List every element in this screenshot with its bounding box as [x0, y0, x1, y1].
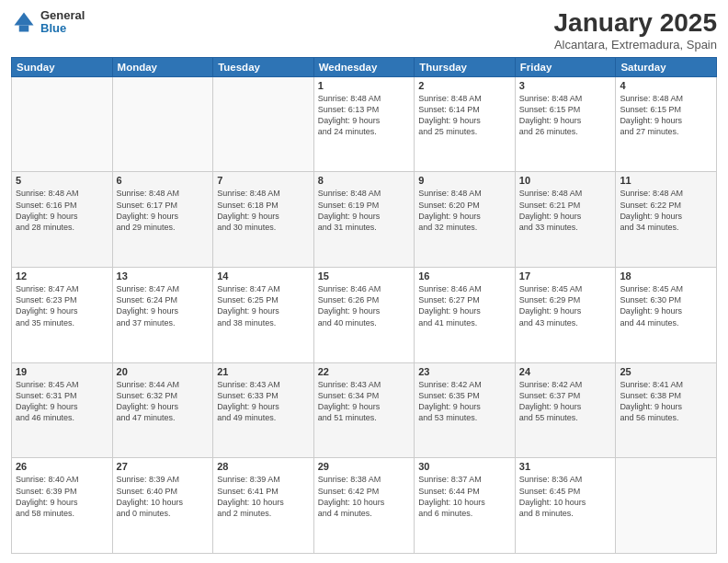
table-row: 14Sunrise: 8:47 AMSunset: 6:25 PMDayligh…	[213, 268, 314, 363]
logo: General Blue	[11, 9, 85, 36]
day-number: 12	[16, 270, 108, 282]
logo-blue-text: Blue	[40, 22, 85, 35]
table-row: 25Sunrise: 8:41 AMSunset: 6:38 PMDayligh…	[616, 362, 717, 458]
table-row: 7Sunrise: 8:48 AMSunset: 6:18 PMDaylight…	[213, 172, 314, 268]
col-thursday: Thursday	[415, 57, 516, 76]
col-friday: Friday	[515, 57, 616, 76]
location: Alcantara, Extremadura, Spain	[554, 38, 717, 52]
calendar-week-row: 26Sunrise: 8:40 AMSunset: 6:39 PMDayligh…	[12, 458, 717, 554]
title-section: January 2025 Alcantara, Extremadura, Spa…	[554, 9, 717, 52]
calendar-week-row: 12Sunrise: 8:47 AMSunset: 6:23 PMDayligh…	[12, 268, 717, 363]
table-row: 4Sunrise: 8:48 AMSunset: 6:15 PMDaylight…	[616, 76, 717, 172]
day-number: 11	[620, 175, 712, 186]
table-row: 21Sunrise: 8:43 AMSunset: 6:33 PMDayligh…	[213, 362, 314, 458]
table-row: 17Sunrise: 8:45 AMSunset: 6:29 PMDayligh…	[515, 268, 616, 363]
day-info: Sunrise: 8:45 AMSunset: 6:29 PMDaylight:…	[519, 283, 612, 328]
col-saturday: Saturday	[616, 57, 717, 76]
day-number: 3	[519, 80, 612, 91]
day-info: Sunrise: 8:39 AMSunset: 6:40 PMDaylight:…	[117, 474, 210, 519]
day-number: 24	[519, 366, 612, 377]
logo-general-text: General	[40, 9, 85, 22]
day-info: Sunrise: 8:43 AMSunset: 6:34 PMDaylight:…	[318, 379, 411, 424]
table-row: 16Sunrise: 8:46 AMSunset: 6:27 PMDayligh…	[415, 268, 516, 363]
day-info: Sunrise: 8:39 AMSunset: 6:41 PMDaylight:…	[217, 474, 310, 519]
table-row: 29Sunrise: 8:38 AMSunset: 6:42 PMDayligh…	[313, 458, 415, 554]
page: General Blue January 2025 Alcantara, Ext…	[0, 0, 728, 563]
table-row: 12Sunrise: 8:47 AMSunset: 6:23 PMDayligh…	[12, 268, 113, 363]
table-row: 2Sunrise: 8:48 AMSunset: 6:14 PMDaylight…	[415, 76, 516, 172]
day-number: 22	[318, 366, 411, 377]
day-number: 19	[16, 366, 108, 377]
table-row: 24Sunrise: 8:42 AMSunset: 6:37 PMDayligh…	[515, 362, 616, 458]
calendar-header-row: Sunday Monday Tuesday Wednesday Thursday…	[12, 57, 717, 76]
table-row	[12, 76, 113, 172]
table-row: 27Sunrise: 8:39 AMSunset: 6:40 PMDayligh…	[112, 458, 213, 554]
day-info: Sunrise: 8:48 AMSunset: 6:22 PMDaylight:…	[620, 188, 712, 233]
table-row: 3Sunrise: 8:48 AMSunset: 6:15 PMDaylight…	[515, 76, 616, 172]
day-info: Sunrise: 8:36 AMSunset: 6:45 PMDaylight:…	[519, 474, 612, 519]
day-info: Sunrise: 8:44 AMSunset: 6:32 PMDaylight:…	[117, 379, 210, 424]
col-wednesday: Wednesday	[313, 57, 415, 76]
day-info: Sunrise: 8:48 AMSunset: 6:15 PMDaylight:…	[519, 93, 612, 138]
day-info: Sunrise: 8:48 AMSunset: 6:15 PMDaylight:…	[620, 93, 712, 138]
day-info: Sunrise: 8:45 AMSunset: 6:30 PMDaylight:…	[620, 283, 712, 328]
table-row: 1Sunrise: 8:48 AMSunset: 6:13 PMDaylight…	[313, 76, 415, 172]
day-number: 23	[418, 366, 511, 377]
day-info: Sunrise: 8:45 AMSunset: 6:31 PMDaylight:…	[16, 379, 108, 424]
day-info: Sunrise: 8:48 AMSunset: 6:18 PMDaylight:…	[217, 188, 310, 233]
day-number: 29	[318, 461, 411, 472]
day-number: 16	[418, 270, 511, 282]
month-title: January 2025	[554, 9, 717, 38]
table-row: 13Sunrise: 8:47 AMSunset: 6:24 PMDayligh…	[112, 268, 213, 363]
table-row: 30Sunrise: 8:37 AMSunset: 6:44 PMDayligh…	[415, 458, 516, 554]
day-number: 26	[16, 461, 108, 472]
day-number: 10	[519, 175, 612, 186]
table-row: 31Sunrise: 8:36 AMSunset: 6:45 PMDayligh…	[515, 458, 616, 554]
table-row	[616, 458, 717, 554]
day-info: Sunrise: 8:43 AMSunset: 6:33 PMDaylight:…	[217, 379, 310, 424]
table-row: 11Sunrise: 8:48 AMSunset: 6:22 PMDayligh…	[616, 172, 717, 268]
table-row: 28Sunrise: 8:39 AMSunset: 6:41 PMDayligh…	[213, 458, 314, 554]
calendar-table: Sunday Monday Tuesday Wednesday Thursday…	[11, 57, 717, 554]
day-info: Sunrise: 8:42 AMSunset: 6:37 PMDaylight:…	[519, 379, 612, 424]
svg-marker-0	[15, 13, 34, 26]
table-row: 22Sunrise: 8:43 AMSunset: 6:34 PMDayligh…	[313, 362, 415, 458]
day-number: 4	[620, 80, 712, 91]
table-row: 8Sunrise: 8:48 AMSunset: 6:19 PMDaylight…	[313, 172, 415, 268]
day-info: Sunrise: 8:38 AMSunset: 6:42 PMDaylight:…	[318, 474, 411, 519]
day-number: 14	[217, 270, 310, 282]
table-row: 26Sunrise: 8:40 AMSunset: 6:39 PMDayligh…	[12, 458, 113, 554]
calendar-week-row: 5Sunrise: 8:48 AMSunset: 6:16 PMDaylight…	[12, 172, 717, 268]
day-info: Sunrise: 8:47 AMSunset: 6:24 PMDaylight:…	[117, 283, 210, 328]
day-number: 2	[418, 80, 511, 91]
day-number: 15	[318, 270, 411, 282]
logo-icon	[11, 9, 37, 35]
table-row	[213, 76, 314, 172]
header: General Blue January 2025 Alcantara, Ext…	[11, 9, 717, 52]
table-row: 6Sunrise: 8:48 AMSunset: 6:17 PMDaylight…	[112, 172, 213, 268]
day-number: 9	[418, 175, 511, 186]
logo-text: General Blue	[40, 9, 85, 36]
day-info: Sunrise: 8:46 AMSunset: 6:27 PMDaylight:…	[418, 283, 511, 328]
table-row: 5Sunrise: 8:48 AMSunset: 6:16 PMDaylight…	[12, 172, 113, 268]
table-row: 9Sunrise: 8:48 AMSunset: 6:20 PMDaylight…	[415, 172, 516, 268]
day-number: 21	[217, 366, 310, 377]
table-row: 23Sunrise: 8:42 AMSunset: 6:35 PMDayligh…	[415, 362, 516, 458]
day-number: 1	[318, 80, 411, 91]
table-row: 18Sunrise: 8:45 AMSunset: 6:30 PMDayligh…	[616, 268, 717, 363]
day-number: 25	[620, 366, 712, 377]
day-number: 6	[117, 175, 210, 186]
day-number: 7	[217, 175, 310, 186]
day-number: 13	[117, 270, 210, 282]
day-number: 20	[117, 366, 210, 377]
day-number: 8	[318, 175, 411, 186]
day-info: Sunrise: 8:40 AMSunset: 6:39 PMDaylight:…	[16, 474, 108, 519]
svg-rect-1	[19, 26, 29, 32]
col-monday: Monday	[112, 57, 213, 76]
day-number: 5	[16, 175, 108, 186]
day-number: 31	[519, 461, 612, 472]
day-info: Sunrise: 8:48 AMSunset: 6:13 PMDaylight:…	[318, 93, 411, 138]
table-row: 15Sunrise: 8:46 AMSunset: 6:26 PMDayligh…	[313, 268, 415, 363]
day-info: Sunrise: 8:48 AMSunset: 6:16 PMDaylight:…	[16, 188, 108, 233]
day-number: 28	[217, 461, 310, 472]
